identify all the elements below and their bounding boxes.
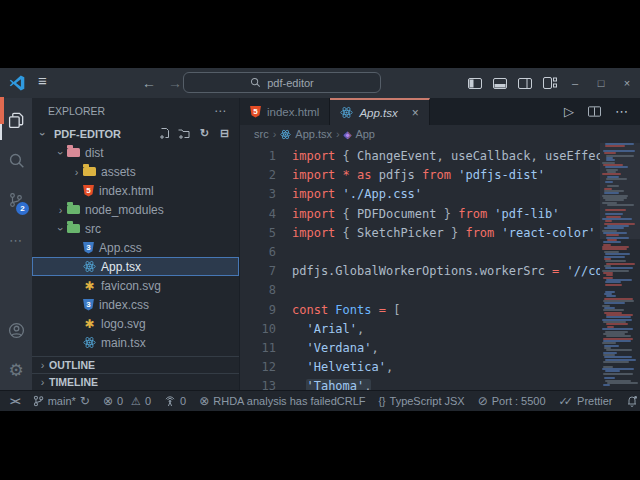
html-file-icon: 5 xyxy=(250,106,261,118)
chevron-right-icon: › xyxy=(36,359,49,371)
chevron-right-icon: › xyxy=(273,128,277,140)
status-formatter[interactable]: ✓✓Prettier xyxy=(559,395,613,408)
code-line-10[interactable]: 10 'Arial', xyxy=(240,320,600,339)
status-remote-indicator[interactable]: >< xyxy=(10,396,20,407)
status-problems[interactable]: ⊗0⚠0 xyxy=(103,394,151,408)
tab-close-icon[interactable]: × xyxy=(412,106,419,120)
title-bar: ≡ ← → pdf-editor xyxy=(0,68,640,98)
tree-item-dist[interactable]: ›dist xyxy=(32,143,239,162)
code-line-1[interactable]: 1import { ChangeEvent, useCallback, useE… xyxy=(240,147,600,166)
chevron-down-icon: › xyxy=(55,146,67,159)
sidebar-section-outline[interactable]: ›OUTLINE xyxy=(32,356,239,373)
new-folder-icon[interactable] xyxy=(178,127,191,140)
tab-index-html[interactable]: 5 index.html xyxy=(240,98,330,125)
tree-item-logo-svg[interactable]: ✱logo.svg xyxy=(32,314,239,333)
new-file-icon[interactable] xyxy=(158,127,171,140)
explorer-more-actions-icon[interactable]: ⋯ xyxy=(214,104,227,118)
tree-root-pdf-editor[interactable]: › PDF-EDITOR ↻ ⊟ xyxy=(32,124,239,143)
double-check-icon: ✓✓ xyxy=(559,395,573,408)
line-number: 1 xyxy=(240,147,276,166)
status-notifications[interactable] xyxy=(626,395,638,407)
letterbox-bottom xyxy=(0,411,640,480)
activity-account-icon[interactable] xyxy=(0,310,32,350)
code-line-7[interactable]: 7pdfjs.GlobalWorkerOptions.workerSrc = '… xyxy=(240,262,600,281)
line-number: 9 xyxy=(240,301,276,320)
editor-more-actions-icon[interactable]: ⋯ xyxy=(615,104,628,119)
customize-layout-icon[interactable] xyxy=(537,68,562,98)
code-line-8[interactable]: 8 xyxy=(240,281,600,300)
toggle-primary-sidebar-icon[interactable] xyxy=(462,68,487,98)
tree-item-app-tsx[interactable]: App.tsx xyxy=(32,257,239,276)
close-button[interactable]: × xyxy=(614,68,640,98)
symbol-icon: ◈ xyxy=(344,129,352,140)
bell-icon xyxy=(626,395,638,407)
breadcrumb-file[interactable]: App.tsx xyxy=(280,128,332,140)
command-center[interactable]: pdf-editor xyxy=(183,72,381,93)
chevron-right-icon: › xyxy=(336,128,340,140)
background-accent-strip xyxy=(0,97,4,124)
activity-search-icon[interactable] xyxy=(0,140,32,180)
status-rhda-status[interactable]: ⊗RHDA analysis has failed xyxy=(199,394,337,408)
collapse-all-icon[interactable]: ⊟ xyxy=(218,127,231,140)
refresh-icon[interactable]: ↻ xyxy=(198,127,211,140)
split-editor-icon[interactable] xyxy=(588,106,601,117)
minimap[interactable] xyxy=(600,143,640,390)
activity-explorer-icon[interactable] xyxy=(0,100,32,140)
chevron-right-icon: › xyxy=(54,204,67,216)
activity-source-control-icon[interactable]: 2 xyxy=(0,180,32,220)
tree-item-node-modules[interactable]: ›node_modules xyxy=(32,200,239,219)
line-number: 8 xyxy=(240,281,276,300)
code-line-11[interactable]: 11 'Verdana', xyxy=(240,339,600,358)
tree-item-label: App.css xyxy=(99,241,142,255)
code-line-2[interactable]: 2import * as pdfjs from 'pdfjs-dist' xyxy=(240,166,600,185)
explorer-sidebar: EXPLORER ⋯ › PDF-EDITOR xyxy=(32,98,240,390)
status-eol-selector[interactable]: CRLF xyxy=(337,395,366,407)
code-line-12[interactable]: 12 'Helvetica', xyxy=(240,358,600,377)
code-line-9[interactable]: 9const Fonts = [ xyxy=(240,301,600,320)
minimize-button[interactable]: – xyxy=(562,68,588,98)
menu-icon[interactable]: ≡ xyxy=(38,72,47,89)
editor-group: 5 index.html App.tsx × xyxy=(240,98,640,390)
status-live-port[interactable]: ⊘Port : 5500 xyxy=(478,394,546,408)
code-line-3[interactable]: 3import './App.css' xyxy=(240,185,600,204)
error-circle-icon: ⊗ xyxy=(103,394,113,408)
code-line-5[interactable]: 5import { SketchPicker } from 'react-col… xyxy=(240,224,600,243)
tree-item-index-css[interactable]: 3index.css xyxy=(32,295,239,314)
status-git-branch[interactable]: main*↻ xyxy=(33,394,90,408)
code-line-4[interactable]: 4import { PDFDocument } from 'pdf-lib' xyxy=(240,205,600,224)
tree-item-index-html[interactable]: 5index.html xyxy=(32,181,239,200)
tree-item-assets[interactable]: ›assets xyxy=(32,162,239,181)
activity-more-views-icon[interactable]: ⋯ xyxy=(0,220,32,260)
code-line-13[interactable]: 13 'Tahoma', xyxy=(240,377,600,390)
tree-item-label: src xyxy=(85,222,101,236)
maximize-button[interactable]: □ xyxy=(588,68,614,98)
remote-icon: >< xyxy=(10,396,20,407)
tree-item-src[interactable]: ›src xyxy=(32,219,239,238)
toggle-secondary-sidebar-icon[interactable] xyxy=(512,68,537,98)
sidebar-section-timeline[interactable]: ›TIMELINE xyxy=(32,373,239,390)
activity-settings-gear-icon[interactable]: ⚙ xyxy=(0,350,32,390)
nav-back-icon[interactable]: ← xyxy=(142,75,156,91)
code-lines[interactable]: 1import { ChangeEvent, useCallback, useE… xyxy=(240,143,600,390)
tab-app-tsx[interactable]: App.tsx × xyxy=(330,98,429,125)
react-file-icon xyxy=(280,129,291,140)
folder-icon xyxy=(67,148,80,157)
html-file-icon: 5 xyxy=(83,185,94,197)
nav-forward-icon[interactable]: → xyxy=(168,75,182,91)
code-line-6[interactable]: 6 xyxy=(240,243,600,262)
react-file-icon xyxy=(83,336,96,349)
tree-item-favicon-svg[interactable]: ✱favicon.svg xyxy=(32,276,239,295)
run-button[interactable]: ▷ xyxy=(564,104,574,119)
screen: ≡ ← → pdf-editor xyxy=(0,0,640,480)
command-center-text: pdf-editor xyxy=(267,77,313,89)
status-language-mode[interactable]: {}TypeScript JSX xyxy=(379,395,465,407)
git-branch-icon xyxy=(33,395,44,407)
breadcrumb-symbol[interactable]: ◈ App xyxy=(344,128,375,140)
tree-item-app-css[interactable]: 3App.css xyxy=(32,238,239,257)
tree-item-label: favicon.svg xyxy=(101,279,161,293)
breadcrumb-src[interactable]: src xyxy=(254,128,269,140)
toggle-panel-icon[interactable] xyxy=(487,68,512,98)
tree-item-main-tsx[interactable]: main.tsx xyxy=(32,333,239,352)
warning-icon: ⚠ xyxy=(127,395,141,408)
status-broadcast[interactable]: 0 xyxy=(164,395,186,407)
